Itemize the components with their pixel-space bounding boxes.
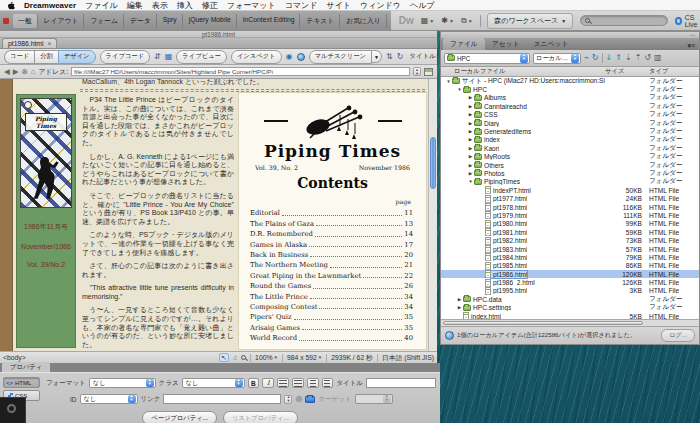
page-properties-button[interactable]: ページプロパティ... (142, 411, 217, 423)
menu-app-name[interactable]: Dreamweaver (24, 1, 76, 10)
panel-tab-snippets[interactable]: スニペット (527, 38, 576, 50)
outdent-button[interactable] (307, 378, 319, 388)
address-stepper[interactable]: ▲▼ (413, 67, 421, 76)
unordered-list-button[interactable] (277, 378, 289, 388)
menu-item[interactable]: 表示 (152, 0, 168, 11)
forward-icon[interactable]: ▶ (13, 68, 19, 76)
insert-tab[interactable]: レイアウト (39, 14, 85, 28)
html-mode-button[interactable]: <>HTML (3, 377, 40, 388)
put-files-icon[interactable]: ⇑ (615, 54, 622, 62)
file-row[interactable]: pt1977.html24KBHTML File (441, 194, 699, 202)
zoom-level[interactable]: 100%▼ (255, 354, 278, 361)
back-icon[interactable]: ◀ (4, 68, 10, 76)
insert-tab[interactable]: テキスト (301, 14, 340, 28)
file-row[interactable]: ▶HPC.settingsフォルダー (441, 304, 699, 312)
code-navigator-icon[interactable]: ⇵ (154, 53, 161, 61)
site-menu-icon[interactable]: ⧉▼ (461, 16, 473, 26)
extend-icon[interactable]: ✱▼ (441, 16, 454, 25)
cs-live[interactable]: CS Live (675, 14, 699, 28)
live-view-options-icon[interactable] (424, 68, 433, 76)
file-management-icon[interactable]: ⇅ (386, 53, 393, 61)
refresh-files-icon[interactable]: ↻ (592, 54, 599, 62)
file-row[interactable]: pt1986.html120KBHTML File (441, 270, 699, 278)
file-row[interactable]: pt1982.html73KBHTML File (441, 236, 699, 244)
insert-tab[interactable]: データ (125, 14, 157, 28)
insert-tab[interactable]: Spry (158, 14, 183, 28)
link-input[interactable] (163, 394, 281, 404)
id-select[interactable]: なし▲▼ (80, 394, 138, 404)
insert-tab[interactable]: jQuery Mobile (184, 14, 237, 28)
title-field-input[interactable] (366, 378, 436, 388)
live-code-button[interactable]: ライブコード (100, 50, 151, 64)
file-row[interactable]: ▼PipingTimesフォルダー (441, 178, 699, 186)
menu-item[interactable]: ヘルプ (410, 0, 435, 11)
toc-entry[interactable]: Arisaig Games35 (250, 321, 413, 331)
document-tab[interactable]: pt1986.html × (2, 38, 57, 48)
file-row[interactable]: pt1984.html79KBHTML File (441, 253, 699, 261)
home-icon[interactable]: ⌂ (31, 68, 36, 76)
toc-entry[interactable]: The Plains of Gaza13 (250, 217, 413, 227)
disclosure-closed-icon[interactable]: ▶ (467, 112, 474, 117)
expand-panel-icon[interactable]: ▥ (654, 54, 662, 62)
files-column-headers[interactable]: ローカルファイル サイズ タイプ (441, 67, 699, 77)
validate-icon[interactable]: ◉ (286, 53, 293, 61)
file-row[interactable]: pt1979.html111KBHTML File (441, 211, 699, 219)
panel-menu-icon[interactable]: ▾≡ (687, 42, 697, 50)
file-row[interactable]: pt1978.html116KBHTML File (441, 203, 699, 211)
get-files-icon[interactable]: ⇓ (606, 54, 613, 62)
panel-tab-files[interactable]: ファイル (443, 38, 485, 50)
split-view-button[interactable]: 分割 (34, 50, 58, 64)
log-button[interactable]: ログ... (661, 329, 695, 342)
file-row[interactable]: pt1981.html59KBHTML File (441, 228, 699, 236)
disclosure-closed-icon[interactable]: ▶ (467, 146, 474, 151)
select-tool-icon[interactable]: ↖ (219, 353, 229, 362)
file-row[interactable]: pt1985.html86KBHTML File (441, 262, 699, 270)
multiscreen-button[interactable]: マルチスクリーン (309, 50, 372, 64)
canvas-vertical-scrollbar[interactable] (428, 79, 437, 351)
indent-button[interactable] (322, 378, 334, 388)
menu-item[interactable]: ウィンドウ (360, 0, 401, 11)
disclosure-closed-icon[interactable]: ▶ (467, 137, 474, 142)
multiscreen-dropdown-icon[interactable]: ▼ (372, 50, 382, 63)
class-select[interactable]: なし▲▼ (182, 378, 245, 388)
preview-in-browser-icon[interactable] (297, 53, 305, 61)
design-view-button[interactable]: デザイン (58, 50, 96, 64)
design-canvas[interactable]: MacCallum、4th Logan Tannock といった顔ぶれでした。 … (0, 79, 437, 351)
scrollbar-thumb[interactable] (443, 321, 643, 325)
point-to-file-icon[interactable]: ◎ (295, 395, 302, 403)
disclosure-open-icon[interactable]: ▼ (456, 87, 463, 92)
search-box[interactable] (580, 15, 668, 26)
toc-entry[interactable]: The Little Prince34 (250, 290, 413, 300)
address-input[interactable] (71, 67, 410, 76)
toc-entry[interactable]: Games in Alaska17 (250, 238, 413, 248)
format-select[interactable]: なし▲▼ (89, 378, 156, 388)
disclosure-closed-icon[interactable]: ▶ (467, 121, 474, 126)
disclosure-closed-icon[interactable]: ▶ (467, 104, 474, 109)
disclosure-open-icon[interactable]: ▼ (445, 79, 452, 84)
panel-tab-assets[interactable]: アセット (485, 38, 527, 50)
view-select[interactable]: ローカル…▲▼ (533, 53, 581, 64)
menu-item[interactable]: サイト (326, 0, 351, 11)
disclosure-closed-icon[interactable]: ▶ (467, 163, 474, 168)
apple-icon[interactable] (7, 1, 15, 10)
bold-button[interactable]: B (248, 378, 260, 388)
hand-tool-icon[interactable]: ☝ (233, 354, 237, 361)
insert-tab[interactable]: フォーム (85, 14, 124, 28)
disclosure-closed-icon[interactable]: ▶ (467, 171, 474, 176)
synchronize-icon[interactable]: ↺ (644, 54, 651, 62)
search-input[interactable] (593, 17, 681, 24)
toc-entry[interactable]: World Record40 (250, 332, 413, 342)
close-tab-icon[interactable]: × (48, 40, 52, 47)
file-row[interactable]: pt1980.html99KBHTML File (441, 220, 699, 228)
stop-icon[interactable]: ⊗ (22, 68, 28, 76)
insert-tab[interactable]: お気に入り (341, 14, 386, 28)
check-in-icon[interactable]: ⇡ (635, 54, 642, 62)
menu-item[interactable]: 修正 (202, 0, 218, 11)
disclosure-open-icon[interactable]: ▼ (467, 179, 474, 184)
ordered-list-button[interactable] (292, 378, 304, 388)
toc-entry[interactable]: Back in Business20 (250, 249, 413, 259)
menu-item[interactable]: コマンド (285, 0, 318, 11)
refresh-icon[interactable]: ↻ (397, 53, 404, 61)
file-row[interactable]: index.html5KBHTML File (441, 312, 699, 319)
inspect-button[interactable]: インスペクト (231, 50, 282, 64)
